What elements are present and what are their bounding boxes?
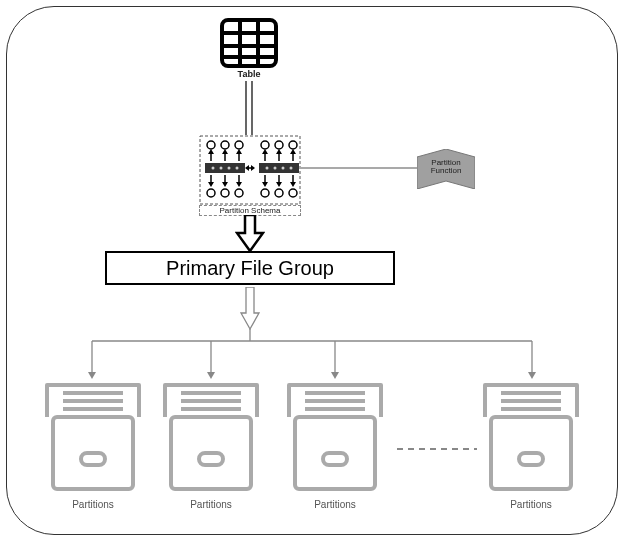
arrow-schema-pfg [235, 215, 265, 253]
svg-marker-17 [236, 149, 242, 154]
partition-label-3: Partitions [283, 499, 387, 510]
svg-point-30 [221, 189, 229, 197]
partition-label-4: Partitions [479, 499, 583, 510]
svg-point-56 [275, 189, 283, 197]
svg-point-19 [212, 167, 215, 170]
primary-file-group-box: Primary File Group [105, 251, 395, 285]
partition-function-label: Partition Function [417, 159, 475, 176]
svg-marker-69 [528, 372, 536, 379]
svg-point-57 [289, 189, 297, 197]
connector-table-schema [239, 81, 259, 135]
svg-point-21 [228, 167, 231, 170]
table-icon [219, 17, 279, 69]
table-label: Table [219, 69, 279, 79]
svg-point-29 [207, 189, 215, 197]
partition-box-3 [283, 379, 387, 497]
ellipsis-icon [397, 445, 477, 453]
svg-point-20 [220, 167, 223, 170]
partition-box-1 [41, 379, 145, 497]
svg-rect-90 [519, 453, 543, 465]
svg-rect-44 [259, 163, 299, 173]
svg-marker-52 [276, 182, 282, 187]
svg-rect-85 [323, 453, 347, 465]
partition-box-4 [479, 379, 583, 497]
svg-point-22 [236, 167, 239, 170]
primary-file-group-label: Primary File Group [166, 257, 334, 280]
arrow-pfg-down [239, 287, 261, 331]
svg-marker-26 [222, 182, 228, 187]
svg-rect-75 [81, 453, 105, 465]
pf-line2: Function [431, 166, 462, 175]
svg-point-46 [274, 167, 277, 170]
svg-marker-43 [290, 149, 296, 154]
svg-point-45 [266, 167, 269, 170]
svg-point-55 [261, 189, 269, 197]
svg-marker-24 [208, 182, 214, 187]
svg-marker-39 [262, 149, 268, 154]
svg-point-37 [289, 141, 297, 149]
svg-point-35 [261, 141, 269, 149]
partition-label-1: Partitions [41, 499, 145, 510]
svg-marker-33 [245, 165, 249, 171]
svg-point-36 [275, 141, 283, 149]
svg-marker-34 [251, 165, 255, 171]
svg-point-10 [221, 141, 229, 149]
partition-label-2: Partitions [159, 499, 263, 510]
partition-box-2 [159, 379, 263, 497]
svg-marker-28 [236, 182, 242, 187]
svg-rect-0 [222, 20, 276, 66]
svg-point-11 [235, 141, 243, 149]
svg-marker-50 [262, 182, 268, 187]
svg-marker-54 [290, 182, 296, 187]
svg-rect-80 [199, 453, 223, 465]
svg-point-9 [207, 141, 215, 149]
svg-marker-68 [331, 372, 339, 379]
svg-point-31 [235, 189, 243, 197]
svg-marker-13 [208, 149, 214, 154]
svg-rect-18 [205, 163, 245, 173]
svg-point-48 [290, 167, 293, 170]
diagram-frame: Table [6, 6, 618, 535]
partition-schema-icon [199, 135, 301, 213]
connector-schema-function [301, 166, 421, 170]
svg-marker-66 [88, 372, 96, 379]
svg-marker-15 [222, 149, 228, 154]
svg-point-47 [282, 167, 285, 170]
svg-marker-41 [276, 149, 282, 154]
svg-marker-67 [207, 372, 215, 379]
